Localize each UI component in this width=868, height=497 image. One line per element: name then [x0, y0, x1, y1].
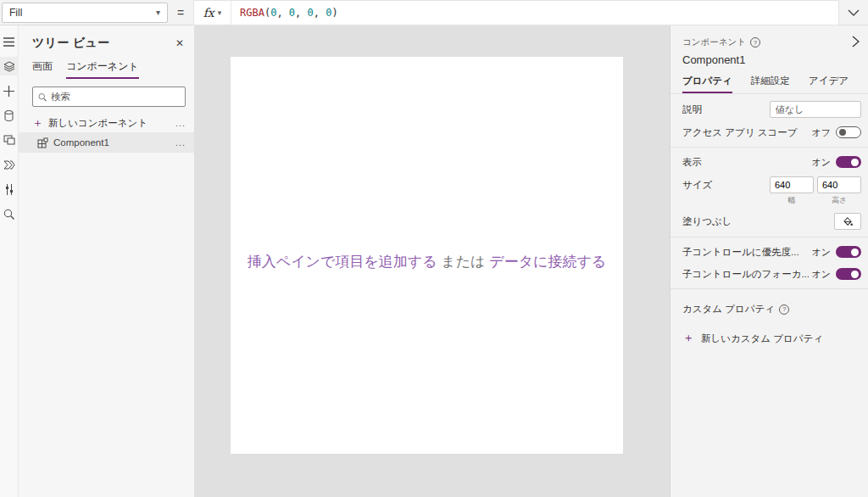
plus-icon: ＋ [682, 331, 694, 346]
chevron-down-icon: ▾ [156, 8, 160, 17]
plus-icon: ＋ [32, 115, 43, 131]
tree-view-title: ツリー ビュー [32, 36, 109, 51]
formula-toolbar: Fill ▾ = fx ▾ RGBA(0, 0, 0, 0) [0, 0, 868, 25]
equals-sign: = [168, 6, 193, 20]
add-items-link[interactable]: 挿入ペインで項目を追加する [248, 254, 437, 270]
custom-properties-label: カスタム プロパティ [682, 303, 775, 316]
section-general: 説明 アクセス アプリ スコープ オフ [670, 93, 868, 147]
property-row-size: サイズ 幅 高さ [670, 173, 868, 209]
height-caption: 高さ [832, 195, 847, 206]
insert-icon[interactable] [0, 81, 19, 100]
access-app-scope-toggle[interactable] [836, 126, 861, 138]
child-focus-label: 子コントロールのフォーカ... [682, 268, 811, 281]
tab-ideas[interactable]: アイデア [809, 75, 849, 93]
collapse-panel-icon[interactable] [852, 36, 860, 49]
chevron-down-icon: ▾ [218, 8, 222, 17]
fx-selector[interactable]: fx ▾ [194, 1, 231, 25]
tree-view-tabs: 画面 コンポーネント [19, 56, 194, 79]
description-input[interactable] [770, 101, 861, 118]
new-custom-property-button[interactable]: ＋ 新しいカスタム プロパティ [670, 317, 868, 346]
data-icon[interactable] [0, 106, 19, 125]
more-options-icon[interactable]: ... [175, 118, 186, 128]
tree-view-panel: ツリー ビュー ✕ 画面 コンポーネント ＋ 新しいコンポーネント ... Co… [19, 25, 195, 497]
empty-canvas-hint: 挿入ペインで項目を追加する または データに接続する [231, 252, 623, 271]
property-row-fill: 塗りつぶし [670, 209, 868, 233]
help-icon[interactable]: ? [750, 37, 760, 47]
child-priority-label: 子コントロールに優先度... [682, 246, 811, 259]
width-input[interactable] [770, 176, 814, 193]
formula-bar-expand-button[interactable] [839, 0, 868, 25]
formula-bar: fx ▾ RGBA(0, 0, 0, 0) [193, 0, 839, 25]
properties-panel: コンポーネント ? Component1 プロパティ 詳細設定 アイデア 説明 … [670, 25, 868, 497]
toggle-state-label: オン [811, 268, 831, 281]
property-row-description: 説明 [670, 98, 868, 121]
access-app-scope-label: アクセス アプリ スコープ [682, 126, 811, 139]
visible-toggle[interactable] [836, 156, 861, 168]
section-display: 表示 オン サイズ 幅 高さ [670, 147, 868, 237]
new-custom-property-label: 新しいカスタム プロパティ [701, 332, 823, 345]
media-icon[interactable] [0, 131, 19, 149]
component-artboard[interactable]: 挿入ペインで項目を追加する または データに接続する [231, 57, 623, 454]
selected-component-name: Component1 [670, 49, 868, 66]
new-component-label: 新しいコンポーネント [48, 117, 147, 130]
property-selector-value: Fill [9, 7, 22, 19]
formula-input[interactable]: RGBA(0, 0, 0, 0) [231, 7, 338, 19]
toggle-state-label: オフ [811, 126, 831, 139]
tab-properties[interactable]: プロパティ [682, 75, 732, 93]
fill-label: 塗りつぶし [682, 215, 834, 228]
tree-search-box[interactable] [32, 87, 186, 107]
toggle-state-label: オン [811, 156, 831, 169]
canvas-stage: 挿入ペインで項目を追加する または データに接続する [195, 25, 670, 497]
selection-type-label: コンポーネント [682, 36, 746, 48]
paint-bucket-icon [843, 217, 853, 226]
search-input[interactable] [51, 92, 180, 102]
chevron-down-icon [848, 9, 860, 16]
properties-tabs: プロパティ 詳細設定 アイデア [670, 66, 868, 93]
tab-advanced[interactable]: 詳細設定 [751, 75, 790, 93]
tree-view-icon[interactable] [0, 57, 19, 75]
size-label: サイズ [682, 176, 770, 192]
property-row-visible: 表示 オン [670, 151, 868, 173]
child-focus-toggle[interactable] [836, 268, 861, 280]
connect-data-link[interactable]: データに接続する [489, 254, 606, 270]
property-row-child-priority: 子コントロールに優先度... オン [670, 241, 868, 263]
tab-components[interactable]: コンポーネント [66, 59, 139, 79]
height-input[interactable] [817, 176, 861, 193]
description-label: 説明 [682, 103, 770, 116]
hint-separator: または [441, 254, 485, 270]
toggle-state-label: オン [811, 246, 831, 259]
search-icon [38, 92, 47, 102]
component-icon [37, 137, 48, 148]
tab-screens[interactable]: 画面 [32, 59, 53, 79]
fill-color-picker-button[interactable] [834, 213, 861, 230]
fx-icon: fx [203, 6, 214, 20]
tree-item-component1[interactable]: Component1 ... [19, 132, 194, 153]
menu-icon[interactable] [0, 32, 19, 51]
property-selector-dropdown[interactable]: Fill ▾ [2, 3, 168, 23]
property-row-access-app-scope: アクセス アプリ スコープ オフ [670, 121, 868, 143]
close-icon[interactable]: ✕ [175, 37, 184, 49]
help-icon[interactable]: ? [779, 304, 789, 315]
tree-item-label: Component1 [53, 137, 109, 148]
section-custom-properties: カスタム プロパティ ? ＋ 新しいカスタム プロパティ [670, 288, 868, 349]
power-automate-icon[interactable] [0, 155, 19, 174]
section-child-controls: 子コントロールに優先度... オン 子コントロールのフォーカ... オン [670, 237, 868, 288]
advanced-tools-icon[interactable] [0, 180, 19, 198]
width-caption: 幅 [788, 195, 796, 206]
left-navigation-rail [0, 25, 19, 497]
child-priority-toggle[interactable] [836, 246, 861, 258]
new-component-button[interactable]: ＋ 新しいコンポーネント ... [19, 114, 194, 132]
search-icon[interactable] [0, 204, 19, 223]
property-row-child-focus: 子コントロールのフォーカ... オン [670, 263, 868, 285]
visible-label: 表示 [682, 156, 811, 169]
more-options-icon[interactable]: ... [175, 137, 186, 148]
